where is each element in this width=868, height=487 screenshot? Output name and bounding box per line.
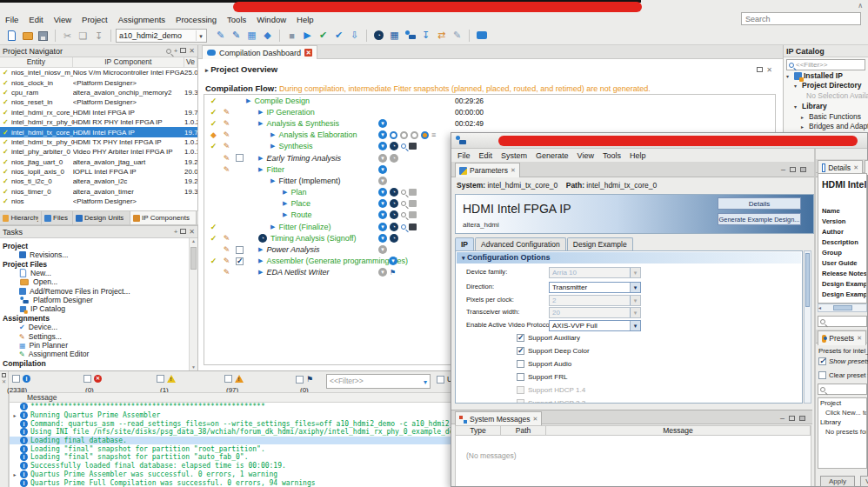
flag-filter-checkbox[interactable]: [296, 376, 304, 384]
filter-critical-warning[interactable]: [157, 375, 176, 383]
warning-filter-checkbox[interactable]: [224, 375, 232, 383]
table-row[interactable]: ✓nios_timer_0altera_avalon_timer19.3: [0, 187, 197, 197]
presets-item[interactable]: Click New... to cr: [818, 408, 866, 417]
programmer-icon[interactable]: ↧: [419, 29, 432, 42]
close-icon[interactable]: ✕: [0, 378, 8, 384]
task-add-remove-files[interactable]: Add/Remove Files in Project...: [19, 287, 130, 296]
task-ip-catalog[interactable]: IP Catalog: [19, 304, 65, 313]
run-arrow-icon[interactable]: ▶: [270, 143, 275, 150]
table-row[interactable]: ✓intel_hdmi_rx_core_0HDMI Intel FPGA IP1…: [0, 108, 197, 117]
chevron-down-icon[interactable]: ▾: [630, 321, 640, 330]
pin-planner-icon[interactable]: ▦: [245, 29, 258, 42]
save-icon[interactable]: [37, 30, 50, 43]
chip-planner-icon[interactable]: ▦: [388, 29, 401, 42]
report-icon[interactable]: ▼: [378, 245, 387, 254]
eda-flag-icon[interactable]: ⚑: [390, 269, 396, 277]
run-arrow-icon[interactable]: ▶: [258, 155, 263, 162]
time-icon[interactable]: ◔: [390, 142, 398, 150]
open-file-icon[interactable]: [21, 30, 34, 43]
snapshot-icon[interactable]: [409, 143, 417, 150]
menu-system[interactable]: System: [497, 151, 531, 160]
time-icon[interactable]: ◔: [390, 188, 398, 197]
tab-compilation-dashboard[interactable]: Compilation Dashboard ✕: [202, 45, 317, 59]
tab-presets[interactable]: Presets✕: [818, 330, 866, 345]
menu-help[interactable]: Help: [291, 15, 319, 24]
task-assignment-editor[interactable]: ✎Assignment Editor: [19, 350, 89, 358]
presets-item[interactable]: No presets for H: [818, 427, 866, 437]
enable-stage-checkbox[interactable]: [236, 246, 244, 254]
tree-item-installed-ip[interactable]: ▾Installed IP: [786, 71, 843, 80]
clear-preset-filters-checkbox[interactable]: Clear preset filters: [818, 371, 868, 379]
column-type[interactable]: Type: [456, 426, 501, 435]
run-arrow-icon[interactable]: ▶: [258, 166, 263, 173]
messages-icon[interactable]: [475, 29, 488, 42]
enable-stage-checkbox[interactable]: [236, 257, 244, 265]
partial-checkbox[interactable]: [437, 376, 444, 384]
run-arrow-icon[interactable]: ▶: [258, 246, 263, 253]
menu-file[interactable]: File: [453, 151, 475, 160]
configuration-options-section[interactable]: ▾ Configuration Options: [457, 252, 801, 264]
apply-button[interactable]: Apply: [820, 476, 855, 487]
report-icon[interactable]: ▼: [378, 268, 387, 277]
edit-settings-icon[interactable]: ✎: [224, 130, 230, 139]
float-icon[interactable]: [180, 228, 186, 236]
rtl-viewer-icon[interactable]: ⇄: [435, 29, 448, 42]
run-arrow-icon[interactable]: ▶: [246, 97, 250, 104]
menu-view[interactable]: View: [573, 151, 598, 160]
table-row[interactable]: ✓nios_ti_i2c_0altera_avalon_i2c19.2: [0, 177, 197, 186]
menu-view[interactable]: View: [49, 15, 77, 24]
pin-icon[interactable]: +: [174, 228, 178, 236]
table-row[interactable]: ✓nios_reset_in<Platform Designer>: [0, 97, 197, 107]
explore-icon[interactable]: [401, 212, 406, 217]
edit-settings-icon[interactable]: ✎: [224, 108, 230, 117]
table-row[interactable]: ✓nios_jtag_uart_0altera_avalon_jtag_uart…: [0, 157, 197, 167]
edit-settings-icon[interactable]: ✎: [224, 165, 230, 174]
tab-files[interactable]: Files: [42, 211, 73, 224]
minimize-icon[interactable]: –: [781, 165, 785, 174]
run-arrow-icon[interactable]: ▶: [283, 200, 287, 207]
close-icon[interactable]: ✕: [189, 47, 195, 55]
copy-icon[interactable]: ❏: [77, 30, 90, 43]
support-auxiliary-checkbox[interactable]: Support Auxiliary: [517, 334, 580, 342]
critical-warning-filter-checkbox[interactable]: [157, 375, 164, 383]
chevron-down-icon[interactable]: ▾: [424, 376, 427, 389]
task-platform-designer[interactable]: Platform Designer: [19, 296, 93, 304]
start-compilation-icon[interactable]: ▶: [301, 29, 314, 42]
column-message[interactable]: Message: [546, 426, 811, 435]
collapse-ribbon-icon[interactable]: ∧: [858, 2, 863, 10]
table-row-selected[interactable]: ✓intel_hdmi_tx_core_0HDMI Intel FPGA IP1…: [0, 127, 197, 137]
edit-settings-icon[interactable]: ✎: [224, 154, 230, 163]
task-device[interactable]: ✔Device...: [19, 323, 57, 331]
filter-error[interactable]: [83, 375, 102, 383]
close-icon[interactable]: ✕: [189, 228, 195, 236]
run-arrow-icon[interactable]: ▶: [270, 177, 275, 184]
time-icon[interactable]: ◔: [390, 210, 398, 219]
explore-icon[interactable]: [401, 143, 406, 149]
time-icon[interactable]: ◔: [390, 223, 398, 231]
menu-project[interactable]: Project: [77, 15, 113, 24]
report-icon[interactable]: ▼: [378, 199, 387, 208]
minimize-icon[interactable]: –: [780, 414, 785, 423]
report-icon[interactable]: ▼: [378, 234, 387, 243]
tasks-scrollbar[interactable]: ▲▼: [189, 238, 197, 370]
table-row[interactable]: ✓nios_clock_in<Platform Designer>: [0, 77, 197, 87]
run-arrow-icon[interactable]: ▶: [258, 257, 263, 264]
project-selector[interactable]: a10_hdmi2_demo ▾: [116, 29, 207, 43]
report-icon[interactable]: ▼: [378, 210, 387, 219]
menu-help[interactable]: Help: [625, 151, 651, 160]
edit-settings-icon[interactable]: ✎: [224, 245, 230, 254]
ip-catalog-filter[interactable]: <<Filter>>: [786, 59, 865, 70]
restore-icon[interactable]: [789, 416, 795, 421]
settings-icon[interactable]: ✎: [214, 29, 227, 42]
edit-settings-icon[interactable]: ✎: [224, 119, 230, 128]
float-icon[interactable]: [180, 47, 186, 55]
viewer-icon[interactable]: [400, 131, 408, 139]
close-icon[interactable]: ✕: [766, 66, 772, 74]
explore-icon[interactable]: [401, 224, 406, 230]
table-row[interactable]: ✓intel_hdmi_rx_phy_0HDMI RX PHY Intel FP…: [0, 117, 197, 127]
tree-item-basic-functions[interactable]: ▸Basic Functions: [801, 112, 861, 121]
tab-design-units[interactable]: Design Units: [73, 211, 130, 224]
filter-flag[interactable]: ⚑: [296, 375, 313, 384]
start-analysis-icon[interactable]: ✔: [317, 29, 330, 42]
pin-icon[interactable]: +: [174, 47, 178, 55]
